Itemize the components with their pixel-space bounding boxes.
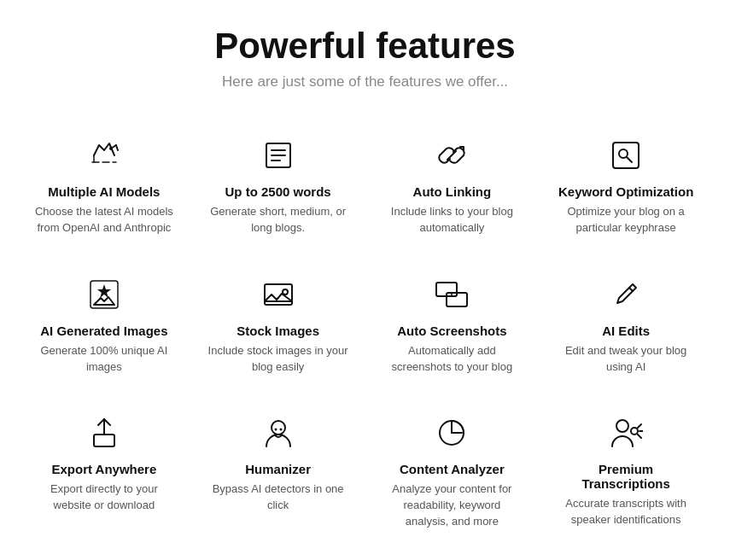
feature-title-ai-generated-images: AI Generated Images bbox=[40, 324, 167, 338]
svg-point-2 bbox=[109, 147, 113, 150]
svg-line-1 bbox=[116, 145, 118, 150]
feature-desc-humanizer: Bypass AI detectors in one click bbox=[207, 481, 350, 514]
svg-line-18 bbox=[629, 288, 633, 291]
feature-desc-auto-screenshots: Automatically add screenshots to your bl… bbox=[381, 343, 524, 376]
feature-item-multi-language: 文AMulti-Language SupportGenerate your bl… bbox=[17, 549, 191, 560]
feature-desc-auto-linking: Include links to your blog automatically bbox=[381, 204, 524, 236]
feature-title-auto-linking: Auto Linking bbox=[413, 184, 492, 199]
feature-title-ai-edits: AI Edits bbox=[602, 324, 650, 338]
export-anywhere-icon bbox=[87, 412, 121, 453]
feature-title-up-to-2500-words: Up to 2500 words bbox=[225, 184, 331, 199]
svg-point-14 bbox=[283, 289, 288, 295]
feature-title-auto-screenshots: Auto Screenshots bbox=[397, 324, 506, 338]
auto-screenshots-icon bbox=[435, 274, 469, 315]
feature-title-keyword-optimization: Keyword Optimization bbox=[558, 184, 693, 199]
svg-rect-8 bbox=[613, 143, 639, 168]
ai-edits-icon bbox=[609, 274, 643, 315]
feature-item-premium-transcriptions: Premium TranscriptionsAccurate transcrip… bbox=[539, 394, 713, 549]
ai-generated-images-icon bbox=[87, 274, 121, 315]
feature-item-content-analyzer: Content AnalyzerAnalyze your content for… bbox=[365, 394, 540, 549]
feature-item-export-anywhere: Export AnywhereExport directly to your w… bbox=[17, 394, 191, 549]
up-to-2500-words-icon bbox=[261, 135, 295, 176]
feature-item-keyword-optimization: Keyword OptimizationOptimize your blog o… bbox=[539, 116, 713, 255]
feature-desc-premium-transcriptions: Accurate transcripts with speaker identi… bbox=[554, 496, 698, 528]
svg-point-21 bbox=[272, 421, 285, 435]
feature-item-social-media: Social Media PromotionsInstagram, X, Fac… bbox=[539, 549, 713, 560]
page-title: Powerful features bbox=[17, 26, 713, 67]
feature-desc-ai-generated-images: Generate 100% unique AI images bbox=[32, 343, 176, 376]
feature-title-export-anywhere: Export Anywhere bbox=[51, 462, 156, 476]
feature-desc-content-analyzer: Analyze your content for readability, ke… bbox=[381, 481, 524, 530]
feature-item-up-to-2500-words: Up to 2500 wordsGenerate short, medium, … bbox=[191, 116, 365, 255]
features-grid: Multiple AI ModelsChoose the latest AI m… bbox=[17, 116, 713, 560]
svg-point-25 bbox=[616, 420, 628, 432]
feature-desc-up-to-2500-words: Generate short, medium, or long blogs. bbox=[207, 204, 350, 236]
feature-title-content-analyzer: Content Analyzer bbox=[400, 462, 505, 476]
feature-item-seo-metadata: SEO Metadata GenerationMeta title, meta … bbox=[365, 549, 540, 560]
feature-item-ai-generated-images: AI Generated ImagesGenerate 100% unique … bbox=[17, 255, 191, 394]
feature-item-multiple-ai-models: Multiple AI ModelsChoose the latest AI m… bbox=[17, 116, 191, 255]
feature-item-ai-edits: AI EditsEdit and tweak your blog using A… bbox=[539, 255, 713, 394]
svg-line-10 bbox=[627, 157, 632, 162]
keyword-optimization-icon bbox=[609, 135, 643, 176]
feature-desc-stock-images: Include stock images in your blog easily bbox=[207, 343, 350, 376]
feature-item-auto-linking: Auto LinkingInclude links to your blog a… bbox=[365, 116, 540, 255]
svg-point-26 bbox=[631, 428, 638, 435]
feature-item-stock-images: Stock ImagesInclude stock images in your… bbox=[191, 255, 365, 394]
feature-item-auto-screenshots: Auto ScreenshotsAutomatically add screen… bbox=[365, 255, 540, 394]
svg-point-22 bbox=[274, 429, 277, 431]
svg-rect-19 bbox=[94, 435, 114, 446]
feature-desc-ai-edits: Edit and tweak your blog using AI bbox=[554, 343, 698, 376]
feature-title-multiple-ai-models: Multiple AI Models bbox=[48, 184, 160, 199]
feature-item-advanced-image-editing: Advanced Image EditingCrop, annotate, en… bbox=[191, 549, 365, 560]
page-subtitle: Here are just some of the features we of… bbox=[17, 73, 713, 90]
feature-desc-export-anywhere: Export directly to your website or downl… bbox=[32, 481, 176, 514]
stock-images-icon bbox=[261, 274, 295, 315]
feature-desc-keyword-optimization: Optimize your blog on a particular keyph… bbox=[554, 204, 698, 236]
feature-desc-multiple-ai-models: Choose the latest AI models from OpenAI … bbox=[32, 204, 176, 236]
auto-linking-icon bbox=[435, 135, 469, 176]
multiple-ai-models-icon bbox=[87, 135, 121, 176]
feature-title-premium-transcriptions: Premium Transcriptions bbox=[554, 462, 698, 491]
svg-point-23 bbox=[279, 429, 282, 431]
premium-transcriptions-icon bbox=[609, 412, 643, 453]
feature-title-stock-images: Stock Images bbox=[237, 324, 319, 338]
feature-title-humanizer: Humanizer bbox=[245, 462, 311, 476]
svg-line-7 bbox=[447, 151, 456, 160]
humanizer-icon bbox=[261, 412, 295, 453]
feature-item-humanizer: HumanizerBypass AI detectors in one clic… bbox=[191, 394, 365, 549]
content-analyzer-icon bbox=[435, 412, 469, 453]
